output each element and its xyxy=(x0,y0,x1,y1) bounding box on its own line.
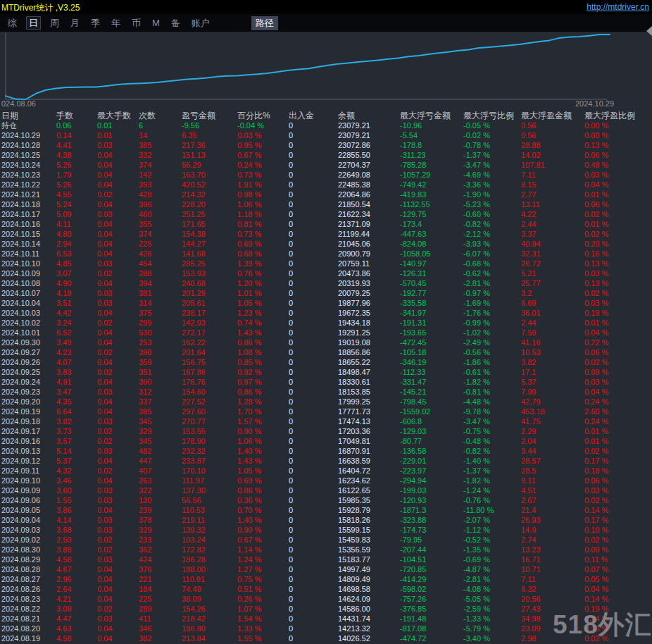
cell-11: 0.16 % xyxy=(584,249,652,259)
table-row[interactable]: 2024.10.225.260.04393420.521.91 %022485.… xyxy=(0,180,652,190)
cell-10: 107.81 xyxy=(521,160,584,170)
table-row[interactable]: 2024.10.245.260.0437455.290.24 %022704.3… xyxy=(0,160,652,170)
table-row[interactable]: 2024.09.274.230.02398201.641.08 %018856.… xyxy=(0,347,652,357)
table-row[interactable]: 2024.08.272.960.04221110.910.75 %014809.… xyxy=(0,574,652,584)
cell-8: -323.88 xyxy=(400,515,463,525)
cell-8: -5.54 xyxy=(400,130,463,140)
menu-item-日[interactable]: 日 xyxy=(26,16,41,30)
table-row[interactable]: 2024.09.022.500.02233103.240.67 %015459.… xyxy=(0,535,652,545)
cell-3: 184 xyxy=(139,584,182,594)
cell-4: -9.56 xyxy=(182,120,237,130)
cell-6: 0 xyxy=(289,199,338,209)
title-bar: MTDriver统计 ,V3.25 http://mtdriver.cn xyxy=(0,0,652,14)
cell-3: 460 xyxy=(139,209,182,219)
cell-5: 1.08 % xyxy=(237,347,289,357)
table-row[interactable]: 2024.10.043.510.03314205.611.05 %019877.… xyxy=(0,298,652,308)
cell-0: 2024.10.02 xyxy=(1,318,56,328)
table-row[interactable]: 2024.09.264.070.04359156.750.85 %018655.… xyxy=(0,357,652,367)
cell-9: -0.62 % xyxy=(463,268,521,278)
cell-4: 178.90 xyxy=(182,436,237,446)
table-row[interactable]: 2024.09.053.860.04239110.530.70 %015928.… xyxy=(0,505,652,515)
cell-2: 0.04 xyxy=(97,180,139,190)
table-row[interactable]: 2024.10.116.530.04426141.680.68 %020900.… xyxy=(0,249,652,259)
menu-item-年[interactable]: 年 xyxy=(109,16,123,30)
table-row[interactable]: 2024.10.254.380.04332151.130.67 %022855.… xyxy=(0,150,652,160)
table-row[interactable]: 2024.10.023.240.02299142.930.74 %019434.… xyxy=(0,318,652,328)
table-row[interactable]: 2024.09.173.730.02329153.550.90 %017203.… xyxy=(0,426,652,436)
table-row[interactable]: 2024.08.262.640.0418474.490.51 %014698.5… xyxy=(0,584,652,594)
table-row[interactable]: 2024.10.093.070.02288153.930.76 %020473.… xyxy=(0,268,652,278)
cell-1: 3.09 xyxy=(56,604,97,614)
table-row[interactable]: 2024.09.244.910.04390176.760.97 %018330.… xyxy=(0,377,652,387)
table-row[interactable]: 2024.10.104.850.03454285.251.39 %020759.… xyxy=(0,259,652,268)
cell-5: 0.69 % xyxy=(237,239,289,249)
table-row-position[interactable]: 持仓0.060.016-9.56-0.04 %023079.21-10.96-0… xyxy=(0,120,652,130)
table-row[interactable]: 2024.10.164.110.04355171.650.81 %021371.… xyxy=(0,219,652,229)
cell-5: 0.26 % xyxy=(237,594,289,604)
table-row[interactable]: 2024.10.154.800.04374154.380.73 %021199.… xyxy=(0,229,652,239)
cell-4: 205.61 xyxy=(182,298,237,308)
cell-9: -2.81 % xyxy=(463,278,521,288)
cell-11: 0.02 % xyxy=(584,209,652,219)
cell-7: 14698.58 xyxy=(338,584,400,594)
table-row[interactable]: 2024.09.183.820.03345270.771.57 %017474.… xyxy=(0,416,652,426)
table-row[interactable]: 2024.09.253.830.02351167.860.92 %018498.… xyxy=(0,367,652,377)
app-url-link[interactable]: http://mtdriver.cn xyxy=(587,2,649,12)
menu-item-周[interactable]: 周 xyxy=(48,16,61,30)
table-row[interactable]: 2024.09.114.320.02407170.101.05 %016404.… xyxy=(0,466,652,476)
table-row[interactable]: 2024.10.016.520.04530272.171.43 %019291.… xyxy=(0,328,652,338)
cell-9: -0.48 % xyxy=(463,436,521,446)
table-row[interactable]: 2024.10.034.420.04375238.171.23 %019672.… xyxy=(0,308,652,318)
table-row[interactable]: 2024.09.061.550.0313056.560.36 %015985.3… xyxy=(0,495,652,505)
cell-6: 0 xyxy=(289,219,338,229)
cell-0: 2024.08.21 xyxy=(1,614,56,624)
table-row[interactable]: 2024.10.175.090.03460251.251.18 %021622.… xyxy=(0,209,652,219)
cell-3: 351 xyxy=(139,367,182,377)
table-row[interactable]: 2024.09.103.460.04263111.970.69 %016234.… xyxy=(0,476,652,485)
table-row[interactable]: 2024.10.231.790.04142163.700.73 %022649.… xyxy=(0,170,652,180)
cell-2: 0.03 xyxy=(97,209,139,219)
col-header-7: 余额 xyxy=(338,111,400,120)
table-row[interactable]: 2024.08.284.670.04376188.001.27 %014997.… xyxy=(0,564,652,574)
table-row[interactable]: 2024.09.303.490.04253162.220.86 %019019.… xyxy=(0,338,652,347)
table-row[interactable]: 2024.09.233.470.03312154.600.86 %018153.… xyxy=(0,387,652,397)
table-row[interactable]: 2024.09.044.140.03378219.111.40 %015818.… xyxy=(0,515,652,525)
cell-11: 0.13 % xyxy=(584,140,652,150)
table-row[interactable]: 2024.09.196.640.04385297.601.70 %017771.… xyxy=(0,407,652,416)
cell-9: -1.35 % xyxy=(463,545,521,555)
table-row[interactable]: 2024.09.204.350.04337227.521.28 %017999.… xyxy=(0,397,652,407)
table-row[interactable]: 2024.09.093.600.03322137.300.86 %016122.… xyxy=(0,485,652,495)
table-row[interactable]: 2024.10.185.240.04396228.201.06 %021850.… xyxy=(0,199,652,209)
cell-9: -2.81 % xyxy=(463,574,521,584)
cell-6: 0 xyxy=(289,466,338,476)
cell-8: -129.03 xyxy=(400,426,463,436)
table-row[interactable]: 2024.10.074.180.03381201.291.01 %020079.… xyxy=(0,288,652,298)
menu-item-季[interactable]: 季 xyxy=(89,16,102,30)
table-row[interactable]: 2024.08.294.580.03424186.281.24 %015183.… xyxy=(0,555,652,564)
menu-item-币[interactable]: 币 xyxy=(130,16,143,30)
table-row[interactable]: 2024.10.214.550.02428214.320.98 %022064.… xyxy=(0,190,652,199)
table-row[interactable]: 2024.10.142.940.04225144.270.69 %021045.… xyxy=(0,239,652,249)
table-row[interactable]: 2024.10.284.410.03385217.360.95 %023072.… xyxy=(0,140,652,150)
table-row[interactable]: 2024.09.033.680.03329139.320.90 %015599.… xyxy=(0,525,652,535)
cell-0: 2024.08.20 xyxy=(1,624,56,633)
table-row[interactable]: 2024.08.234.210.0422538.090.26 %014624.0… xyxy=(0,594,652,604)
table-row[interactable]: 2024.09.125.370.04447233.871.43 %016638.… xyxy=(0,456,652,466)
menu-item-M[interactable]: M xyxy=(150,16,162,30)
cell-7: 18655.22 xyxy=(338,357,400,367)
menu-item-账户[interactable]: 账户 xyxy=(189,16,212,30)
table-row[interactable]: 2024.10.290.140.01146.350.03 %023079.21-… xyxy=(0,130,652,140)
table-row[interactable]: 2024.10.084.900.04394240.681.20 %020319.… xyxy=(0,278,652,288)
table-row[interactable]: 2024.08.303.880.02362172.821.14 %015356.… xyxy=(0,545,652,555)
menu-item-月[interactable]: 月 xyxy=(68,16,82,30)
path-button[interactable]: 路径 xyxy=(251,16,278,30)
cell-5: 0.98 % xyxy=(237,190,289,199)
table-row[interactable]: 2024.09.135.140.03482232.321.40 %016870.… xyxy=(0,446,652,456)
menu-item-备[interactable]: 备 xyxy=(169,16,182,30)
cell-9: -1.90 % xyxy=(463,190,521,199)
menu-item-综[interactable]: 综 xyxy=(6,16,19,30)
cell-4: 156.75 xyxy=(182,357,237,367)
cell-5: 0.36 % xyxy=(237,495,289,505)
table-row[interactable]: 2024.09.163.570.02345178.901.06 %017049.… xyxy=(0,436,652,446)
cell-9: -0.82 % xyxy=(463,446,521,456)
